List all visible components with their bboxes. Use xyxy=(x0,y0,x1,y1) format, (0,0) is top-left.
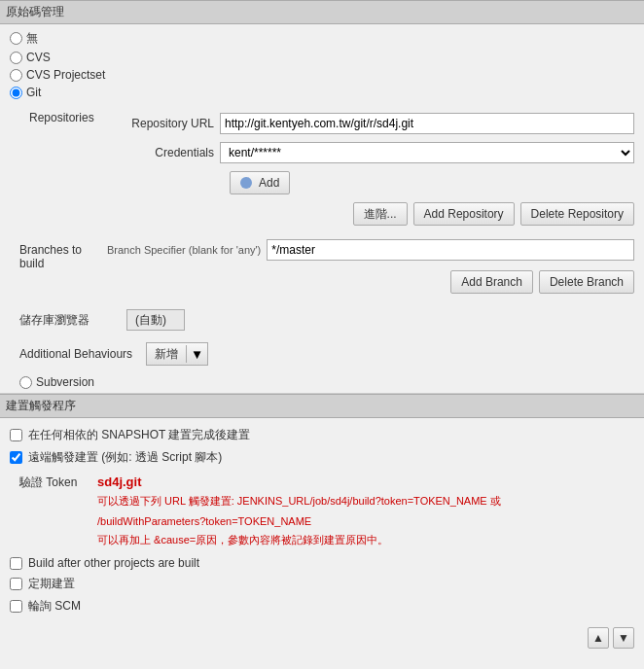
branches-label: Branches to build xyxy=(19,239,107,270)
build-after-checkbox[interactable] xyxy=(10,557,22,570)
dropdown-arrow-button[interactable]: ▼ xyxy=(187,343,207,365)
radio-cvs-projectset-row: CVS Projectset xyxy=(10,66,634,84)
token-label: 驗證 Token xyxy=(19,475,88,547)
up-icon: ▲ xyxy=(592,631,604,645)
repositories-label: Repositories xyxy=(29,109,107,229)
page-buttons: ▲ ▼ xyxy=(0,623,644,652)
token-name: sd4j.git xyxy=(97,475,625,489)
add-repository-button[interactable]: Add Repository xyxy=(413,202,515,226)
repo-url-row: Repository URL xyxy=(107,109,634,138)
chevron-down-icon: ▼ xyxy=(191,347,203,362)
radio-cvs-row: CVS xyxy=(10,49,634,66)
radio-git-row: Git xyxy=(10,84,634,101)
repo-url-label: Repository URL xyxy=(107,117,214,130)
section1-title: 原始碼管理 xyxy=(6,5,64,18)
radio-git-label: Git xyxy=(26,86,41,99)
radio-cvs[interactable] xyxy=(10,52,22,64)
new-btn-label: 新增 xyxy=(155,346,178,363)
repo-action-buttons: 進階... Add Repository Delete Repository xyxy=(107,198,634,229)
build-options: 在任何相依的 SNAPSHOT 建置完成後建置 遠端觸發建置 (例如: 透過 S… xyxy=(0,418,644,623)
new-button[interactable]: 新增 xyxy=(147,343,186,365)
credentials-label: Credentials xyxy=(107,146,214,159)
page-down-button[interactable]: ▼ xyxy=(613,627,634,649)
repo-url-input[interactable] xyxy=(220,113,634,134)
additional-label: Additional Behaviours xyxy=(19,347,136,361)
new-dropdown[interactable]: 新增 ▼ xyxy=(146,342,208,366)
periodic-build-checkbox[interactable] xyxy=(10,578,22,590)
poll-scm-label: 輪詢 SCM xyxy=(28,598,81,615)
add-icon xyxy=(240,177,252,189)
remote-trigger-checkbox-label: 遠端觸發建置 (例如: 透過 Script 腳本) xyxy=(28,449,222,466)
poll-scm-checkbox[interactable] xyxy=(10,600,22,613)
additional-section: Additional Behaviours 新增 ▼ xyxy=(10,336,644,371)
radio-cvs-label: CVS xyxy=(26,51,51,64)
add-credentials-button[interactable]: Add xyxy=(230,171,290,194)
add-btn-label: Add xyxy=(259,176,279,190)
branch-specifier-row: Branch Specifier (blank for 'any') xyxy=(107,239,634,261)
token-url1: 可以透過下列 URL 觸發建置: JENKINS_URL/job/sd4j/bu… xyxy=(97,493,625,510)
branch-specifier-label: Branch Specifier (blank for 'any') xyxy=(107,244,261,256)
down-icon: ▼ xyxy=(618,631,629,645)
checkbox1-row: 在任何相依的 SNAPSHOT 建置完成後建置 xyxy=(10,424,634,446)
section2-title: 建置觸發程序 xyxy=(6,399,76,412)
poll-scm-row: 輪詢 SCM xyxy=(10,595,634,617)
branch-specifier-input[interactable] xyxy=(267,239,634,261)
section1-header: 原始碼管理 xyxy=(0,0,644,24)
repo-fields: Repository URL Credentials kent/****** A… xyxy=(107,109,634,229)
snapshot-checkbox[interactable] xyxy=(10,429,22,441)
storage-label: 儲存庫瀏覽器 xyxy=(19,312,117,329)
radio-subversion[interactable] xyxy=(19,376,32,389)
radio-none[interactable] xyxy=(10,32,22,45)
delete-branch-button[interactable]: Delete Branch xyxy=(539,270,634,294)
add-btn-row: Add xyxy=(230,167,634,198)
radio-git[interactable] xyxy=(10,87,22,99)
subversion-row: Subversion xyxy=(10,371,644,393)
radio-cvs-projectset[interactable] xyxy=(10,69,22,82)
branches-content: Branch Specifier (blank for 'any') Add B… xyxy=(107,239,634,298)
checkbox4-row: 定期建置 xyxy=(10,573,634,595)
branch-action-buttons: Add Branch Delete Branch xyxy=(107,266,634,298)
periodic-build-checkbox-label: 定期建置 xyxy=(28,576,75,592)
credentials-row: Credentials kent/****** xyxy=(107,138,634,167)
token-content: sd4j.git 可以透過下列 URL 觸發建置: JENKINS_URL/jo… xyxy=(97,475,625,547)
token-note: 可以再加上 &cause=原因，參數內容將被記錄到建置原因中。 xyxy=(97,533,625,547)
git-repos-section: Repositories Repository URL Credentials … xyxy=(10,105,644,393)
radio-none-label: 無 xyxy=(26,30,38,47)
storage-value: (自動) xyxy=(126,309,185,331)
branches-section: Branches to build Branch Specifier (blan… xyxy=(10,233,644,303)
storage-section: 儲存庫瀏覽器 (自動) xyxy=(10,303,644,336)
token-section: 驗證 Token sd4j.git 可以透過下列 URL 觸發建置: JENKI… xyxy=(10,469,634,553)
advance-button[interactable]: 進階... xyxy=(353,202,408,226)
scm-radio-group: 無 CVS CVS Projectset Git xyxy=(0,24,644,105)
delete-repository-button[interactable]: Delete Repository xyxy=(520,202,634,226)
section2-header: 建置觸發程序 xyxy=(0,394,644,418)
credentials-select[interactable]: kent/****** xyxy=(220,142,634,163)
radio-none-row: 無 xyxy=(10,28,634,49)
add-branch-button[interactable]: Add Branch xyxy=(450,270,533,294)
checkbox2-row: 遠端觸發建置 (例如: 透過 Script 腳本) xyxy=(10,446,634,469)
snapshot-checkbox-label: 在任何相依的 SNAPSHOT 建置完成後建置 xyxy=(28,427,250,443)
radio-subversion-label: Subversion xyxy=(36,375,94,389)
token-url2: /buildWithParameters?token=TOKEN_NAME xyxy=(97,513,625,530)
page-up-button[interactable]: ▲ xyxy=(588,627,609,649)
build-after-checkbox-label: Build after other projects are built xyxy=(28,556,199,570)
remote-trigger-checkbox[interactable] xyxy=(10,451,22,464)
radio-cvs-projectset-label: CVS Projectset xyxy=(26,68,105,82)
checkbox3-row: Build after other projects are built xyxy=(10,553,634,573)
